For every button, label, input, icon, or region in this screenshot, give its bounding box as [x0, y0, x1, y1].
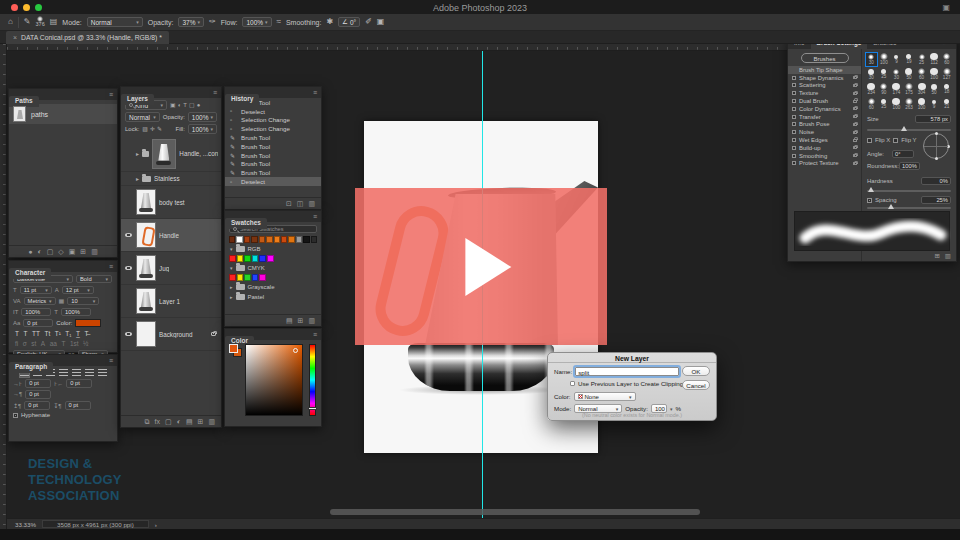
- paths-footer-icon[interactable]: ◇: [58, 248, 63, 255]
- brush-option-row[interactable]: Dual Brush: [788, 97, 861, 105]
- justify-last-left-button[interactable]: [59, 369, 68, 377]
- opentype-button[interactable]: T: [61, 340, 65, 347]
- brush-preset-picker[interactable]: 376: [36, 16, 45, 28]
- tab-layers[interactable]: Layers: [121, 94, 154, 105]
- leading-field[interactable]: 12 pt▾: [62, 286, 94, 295]
- opentype-button[interactable]: A: [41, 340, 45, 347]
- opacity-field[interactable]: 37%▾: [178, 17, 204, 27]
- horizontal-scale-field[interactable]: 100%: [61, 308, 91, 317]
- type-style-button[interactable]: T: [23, 330, 27, 337]
- brush-preset[interactable]: 304: [915, 82, 928, 97]
- brush-option-checkbox[interactable]: [792, 122, 796, 126]
- brush-angle-dial[interactable]: [923, 133, 949, 159]
- saturation-brightness-picker[interactable]: [245, 344, 303, 416]
- swatch[interactable]: [229, 255, 236, 262]
- panel-menu-icon[interactable]: ≡: [109, 263, 113, 270]
- layer-row[interactable]: ▸ Jug: [121, 252, 221, 285]
- lock-option-icon[interactable]: ✎: [157, 126, 162, 132]
- layer-filter-icon[interactable]: T: [183, 102, 187, 108]
- opentype-button[interactable]: σ: [23, 340, 27, 347]
- layer-opacity-field[interactable]: 100%▾: [188, 112, 217, 122]
- brush-preset[interactable]: 127: [940, 67, 953, 82]
- layer-name[interactable]: body test: [159, 199, 185, 206]
- spacing-checkbox[interactable]: [867, 198, 872, 203]
- layer-name[interactable]: Jug: [159, 265, 169, 272]
- brush-preset[interactable]: 112: [928, 52, 941, 67]
- brush-option-row[interactable]: Texture: [788, 89, 861, 97]
- hardness-slider[interactable]: [867, 190, 951, 192]
- ok-button[interactable]: OK: [682, 366, 710, 376]
- path-item[interactable]: paths: [9, 104, 117, 124]
- brush-preset[interactable]: 234: [865, 82, 878, 97]
- layer-row[interactable]: ▸ Handle, ...control: [121, 136, 221, 172]
- layer-name[interactable]: Handle, ...control: [179, 150, 218, 157]
- swatch[interactable]: [259, 255, 266, 262]
- layer-name[interactable]: Stainless: [154, 175, 180, 182]
- brush-option-row[interactable]: Scattering: [788, 82, 861, 90]
- hue-slider[interactable]: [309, 344, 316, 416]
- space-before-field[interactable]: 0 pt: [24, 401, 50, 410]
- brush-option-checkbox[interactable]: [792, 107, 796, 111]
- brush-option-checkbox[interactable]: [792, 99, 796, 103]
- type-style-button[interactable]: T¹: [55, 330, 61, 337]
- swatch[interactable]: [311, 236, 317, 243]
- layer-row[interactable]: ▸ Layer 1: [121, 285, 221, 318]
- justify-last-right-button[interactable]: [85, 369, 94, 377]
- type-style-button[interactable]: T̶: [85, 330, 89, 337]
- type-style-button[interactable]: T: [15, 330, 19, 337]
- swatch[interactable]: [244, 255, 251, 262]
- history-footer-icon[interactable]: ▥: [308, 200, 315, 207]
- swatch-group-rgb[interactable]: ▾ RGB: [225, 246, 321, 252]
- layer-filter-icon[interactable]: ▣: [170, 102, 176, 108]
- type-style-button[interactable]: T₁: [65, 330, 71, 337]
- indent-first-line-field[interactable]: 0 pt: [25, 390, 51, 399]
- swatch[interactable]: [244, 236, 250, 243]
- layers-footer-icon[interactable]: ▤: [186, 418, 193, 425]
- swatch[interactable]: [266, 236, 272, 243]
- symmetry-icon[interactable]: ▣: [377, 18, 385, 26]
- brush-option-row[interactable]: Wet Edges: [788, 136, 861, 144]
- brushes-button[interactable]: Brushes: [801, 53, 849, 63]
- paths-footer-icon[interactable]: ◐: [37, 248, 41, 255]
- history-step[interactable]: ✎ Brush Tool: [225, 151, 321, 160]
- hardness-value[interactable]: 0%: [921, 177, 951, 185]
- swatch[interactable]: [252, 274, 259, 281]
- paths-footer-icon[interactable]: ▥: [91, 248, 98, 255]
- opentype-button[interactable]: fi: [15, 340, 18, 347]
- panel-menu-icon[interactable]: ≡: [313, 89, 317, 96]
- horizontal-ruler[interactable]: [7, 44, 787, 51]
- flow-field[interactable]: 100%▾: [242, 17, 271, 27]
- layers-footer-icon[interactable]: ⊞: [198, 418, 204, 425]
- type-style-button[interactable]: TT: [32, 330, 40, 337]
- history-step[interactable]: ▫ Selection Change: [225, 124, 321, 133]
- layer-name[interactable]: Background: [159, 331, 193, 338]
- brush-option-checkbox[interactable]: [792, 161, 796, 165]
- size-slider[interactable]: [867, 129, 951, 131]
- layers-footer-icon[interactable]: ⧉: [145, 418, 150, 425]
- brush-preset[interactable]: 90: [878, 82, 891, 97]
- layer-color-select[interactable]: None ▾: [574, 392, 636, 401]
- brush-preset[interactable]: 50: [903, 67, 916, 82]
- angle-value[interactable]: 0°: [892, 150, 914, 158]
- panel-menu-icon[interactable]: ≡: [109, 91, 113, 98]
- panel-menu-icon[interactable]: ≡: [313, 213, 317, 220]
- spacing-value[interactable]: 25%: [921, 196, 951, 204]
- panel-menu-icon[interactable]: ≡: [109, 357, 113, 364]
- airbrush-icon[interactable]: ≈: [277, 18, 281, 26]
- paths-footer-icon[interactable]: ▢: [47, 248, 54, 255]
- layer-filter-icon[interactable]: ◐: [178, 102, 182, 108]
- roundness-value[interactable]: 100%: [899, 162, 920, 170]
- space-after-field[interactable]: 0 pt: [65, 401, 91, 410]
- brush-footer-icon[interactable]: ▥: [945, 253, 951, 260]
- hue-slider-thumb[interactable]: [308, 407, 317, 410]
- clipping-mask-checkbox[interactable]: [570, 381, 575, 386]
- swatch[interactable]: [237, 274, 244, 281]
- home-icon[interactable]: ⌂: [8, 18, 13, 26]
- layer-visibility-eye-icon[interactable]: [125, 332, 132, 337]
- type-style-button[interactable]: T̲: [76, 330, 80, 337]
- brush-tool-icon[interactable]: ✎: [24, 18, 31, 26]
- layer-row[interactable]: ▸ Stainless: [121, 172, 221, 186]
- brush-option-checkbox[interactable]: [792, 154, 796, 158]
- brush-option-checkbox[interactable]: [792, 83, 796, 87]
- flip-y-checkbox[interactable]: [893, 138, 898, 143]
